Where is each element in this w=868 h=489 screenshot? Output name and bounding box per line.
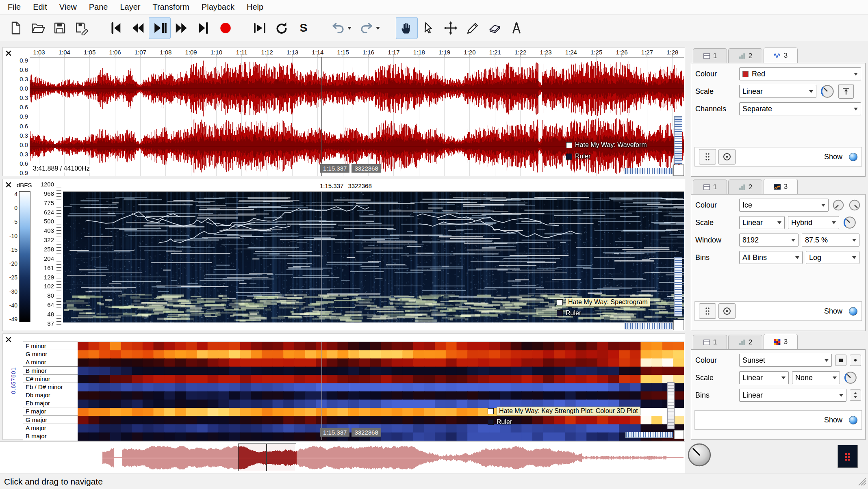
window-size-select[interactable]: 8192: [739, 234, 799, 247]
invert-vertical-button[interactable]: [850, 389, 861, 401]
key-strength-display[interactable]: [78, 342, 684, 441]
threshold-dial[interactable]: [842, 215, 857, 230]
tab-layer-1[interactable]: 1: [693, 180, 727, 194]
layer-item-ruler[interactable]: Ruler: [566, 153, 590, 160]
layer-item-waveform[interactable]: Hate My Way: Waveform: [566, 141, 647, 149]
redo-menu-caret[interactable]: [376, 27, 380, 32]
edit-tool-button[interactable]: [440, 17, 462, 39]
vertical-zoom-wheel[interactable]: [674, 257, 682, 316]
measure-tool-button[interactable]: [506, 17, 527, 39]
scale-select[interactable]: Linear: [739, 371, 789, 384]
zoom-reset-box[interactable]: [673, 164, 684, 176]
playback-speed-knob[interactable]: [687, 442, 712, 469]
layer-item-ruler[interactable]: Ruler: [557, 309, 581, 317]
bins-select[interactable]: Linear: [739, 389, 846, 402]
scale-select[interactable]: Linear: [739, 216, 785, 229]
record-button[interactable]: [215, 17, 237, 39]
fast-forward-button[interactable]: [171, 17, 193, 39]
layer-visibility-checkbox[interactable]: [557, 299, 563, 305]
normalization-select[interactable]: None: [792, 371, 840, 384]
opaque-toggle-button[interactable]: [850, 355, 861, 366]
overview-navigator[interactable]: [0, 441, 685, 473]
redo-button[interactable]: [355, 17, 384, 39]
zoom-reset-box[interactable]: [674, 430, 684, 439]
save-file-button[interactable]: [49, 17, 71, 39]
target-button[interactable]: [718, 149, 736, 164]
gain-dial[interactable]: [843, 370, 858, 385]
solo-button[interactable]: S: [293, 17, 315, 39]
gain-dial[interactable]: [848, 199, 861, 212]
tab-layer-3[interactable]: 3: [764, 334, 798, 349]
dots-grid-button[interactable]: [699, 149, 716, 164]
playback-cursor[interactable]: [321, 57, 322, 176]
new-file-button[interactable]: [5, 17, 27, 39]
colour-select[interactable]: Red: [739, 67, 861, 80]
menu-item[interactable]: View: [53, 0, 83, 14]
horizontal-zoom-wheel[interactable]: [625, 432, 673, 438]
horizontal-zoom-wheel[interactable]: [625, 323, 673, 329]
tab-layer-1[interactable]: 1: [693, 335, 727, 349]
navigate-tool-button[interactable]: [396, 17, 418, 39]
open-file-button[interactable]: [27, 17, 49, 39]
layer-visibility-checkbox[interactable]: [488, 408, 494, 414]
select-tool-button[interactable]: [418, 17, 440, 39]
horizontal-zoom-wheel[interactable]: [625, 168, 673, 174]
resize-grip-icon[interactable]: [857, 476, 867, 488]
tab-layer-2[interactable]: 2: [728, 48, 762, 63]
menu-item[interactable]: Layer: [114, 0, 146, 14]
colour-select[interactable]: Sunset: [739, 354, 832, 367]
vertical-zoom-wheel[interactable]: [667, 382, 675, 429]
tab-layer-3[interactable]: 3: [764, 179, 798, 194]
tab-layer-2[interactable]: 2: [728, 180, 762, 194]
skip-to-end-button[interactable]: [193, 17, 215, 39]
show-toggle-led[interactable]: [849, 153, 857, 161]
invert-colour-button[interactable]: [835, 355, 846, 366]
window-overlap-select[interactable]: 87.5 %: [802, 234, 859, 247]
layer-item-spectrogram[interactable]: Hate My Way: Spectrogram: [557, 298, 650, 307]
loop-playback-button[interactable]: [271, 17, 293, 39]
overview-waveform[interactable]: [102, 445, 684, 470]
layer-visibility-checkbox[interactable]: [557, 310, 563, 316]
playback-cursor[interactable]: [321, 342, 322, 440]
menu-item[interactable]: Pane: [83, 0, 114, 14]
show-toggle-led[interactable]: [849, 307, 857, 316]
close-pane-button[interactable]: [4, 48, 13, 58]
constrain-playback-button[interactable]: [249, 17, 271, 39]
dots-grid-button[interactable]: [699, 303, 716, 319]
show-toggle-led[interactable]: [849, 416, 857, 424]
colour-select[interactable]: Ice: [739, 199, 829, 212]
overview-view-rectangle[interactable]: [238, 444, 296, 471]
playback-cursor[interactable]: [321, 191, 322, 322]
draw-tool-button[interactable]: [462, 17, 484, 39]
target-button[interactable]: [718, 303, 736, 319]
layer-visibility-checkbox[interactable]: [566, 154, 572, 160]
layer-visibility-checkbox[interactable]: [488, 419, 494, 425]
menu-item[interactable]: Help: [241, 0, 269, 14]
vertical-zoom-wheel[interactable]: [674, 116, 682, 164]
gain-dial[interactable]: [820, 84, 835, 99]
menu-item[interactable]: Edit: [27, 0, 53, 14]
erase-tool-button[interactable]: [484, 17, 506, 39]
undo-button[interactable]: [327, 17, 355, 39]
colour-scale-bar[interactable]: [19, 191, 30, 322]
tab-layer-1[interactable]: 1: [693, 48, 727, 63]
save-file-as-button[interactable]: [71, 17, 93, 39]
colour-rotation-dial[interactable]: [832, 199, 845, 212]
undo-menu-caret[interactable]: [347, 27, 352, 32]
bins-select[interactable]: All Bins: [739, 251, 803, 264]
zoom-reset-box[interactable]: [673, 320, 684, 330]
frequency-scale-select[interactable]: Hybrid: [788, 216, 839, 229]
rewind-button[interactable]: [127, 17, 149, 39]
play-pause-button[interactable]: [149, 17, 171, 39]
bins-scale-select[interactable]: Log: [806, 251, 859, 264]
menu-item[interactable]: Playback: [195, 0, 241, 14]
menu-item[interactable]: Transform: [146, 0, 195, 14]
tab-layer-3[interactable]: 3: [764, 48, 798, 63]
skip-to-start-button[interactable]: [105, 17, 127, 39]
channels-select[interactable]: Separate: [739, 102, 861, 115]
layer-item-ruler[interactable]: Ruler: [488, 418, 512, 426]
scale-select[interactable]: Linear: [739, 85, 816, 98]
panner-widget[interactable]: [838, 445, 858, 468]
tab-layer-2[interactable]: 2: [728, 335, 762, 349]
normalize-button[interactable]: [838, 84, 854, 99]
